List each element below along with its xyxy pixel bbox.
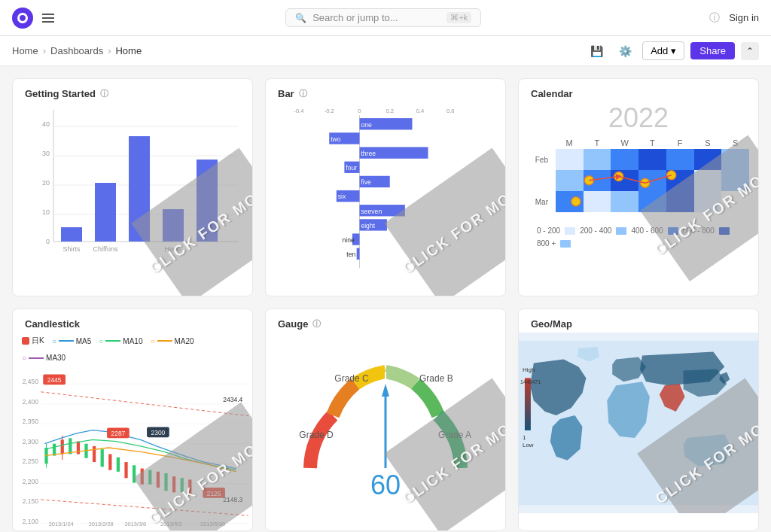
geo-svg: High 1448471 1 Low bbox=[519, 333, 758, 513]
calendar-chart-area: 2022 M T W T F S S bbox=[519, 102, 758, 260]
legend-0-200 bbox=[565, 227, 575, 235]
legend-ma5-line bbox=[59, 340, 74, 342]
svg-text:2148.3: 2148.3 bbox=[223, 496, 242, 503]
top-navigation: 🔍 Search or jump to... ⌘+k ⓘ Sign in bbox=[0, 0, 771, 36]
legend-800 bbox=[560, 240, 571, 248]
svg-text:one: one bbox=[361, 121, 372, 129]
legend-400-600 bbox=[668, 227, 678, 235]
app-logo bbox=[12, 8, 33, 29]
search-icon: 🔍 bbox=[295, 13, 306, 23]
getting-started-card[interactable]: Getting Started ⓘ 0 10 20 30 40 bbox=[12, 78, 253, 296]
collapse-button[interactable]: ⌃ bbox=[741, 42, 759, 60]
legend-ma20-line bbox=[157, 340, 172, 342]
svg-text:Low: Low bbox=[523, 442, 534, 448]
svg-rect-15 bbox=[197, 160, 218, 242]
svg-rect-44 bbox=[357, 248, 360, 260]
search-shortcut: ⌘+k bbox=[446, 12, 471, 23]
svg-rect-83 bbox=[117, 458, 120, 472]
bar-chart-svg: 0 10 20 30 40 Shirts Chiffons Heels bbox=[13, 102, 252, 268]
settings-button[interactable]: ⚙️ bbox=[614, 40, 636, 62]
search-container: 🔍 Search or jump to... ⌘+k bbox=[57, 8, 709, 27]
svg-rect-77 bbox=[69, 438, 72, 454]
save-button[interactable]: 💾 bbox=[585, 40, 608, 62]
gauge-info-icon[interactable]: ⓘ bbox=[312, 318, 321, 330]
month-feb: Feb bbox=[528, 149, 556, 170]
help-icon[interactable]: ⓘ bbox=[709, 11, 720, 25]
svg-line-71 bbox=[41, 500, 248, 515]
svg-text:0.6: 0.6 bbox=[446, 108, 455, 114]
hamburger-menu[interactable] bbox=[39, 11, 57, 26]
search-bar[interactable]: 🔍 Search or jump to... ⌘+k bbox=[285, 8, 481, 27]
svg-rect-89 bbox=[164, 473, 167, 491]
add-button[interactable]: Add ▾ bbox=[642, 41, 684, 60]
day-mon: M bbox=[556, 137, 584, 149]
candlestick-chart-area: 2,100 2,150 2,200 2,250 2,300 2,350 2,40… bbox=[13, 365, 252, 530]
calendar-grid: M T W T F S S Feb bbox=[528, 137, 749, 212]
share-button[interactable]: Share bbox=[690, 42, 735, 59]
breadcrumb-separator-1: › bbox=[43, 45, 46, 56]
day-sun: S bbox=[721, 137, 749, 149]
gauge-card[interactable]: Gauge ⓘ Grade D G bbox=[265, 309, 506, 531]
breadcrumb-separator-2: › bbox=[108, 45, 111, 56]
svg-text:60: 60 bbox=[370, 470, 401, 500]
svg-text:2013/1/24: 2013/1/24 bbox=[49, 521, 74, 527]
svg-text:-0.2: -0.2 bbox=[325, 108, 334, 114]
svg-text:1: 1 bbox=[523, 434, 526, 441]
geo-chart-area: High 1448471 1 Low CLICK FOR MORE bbox=[519, 333, 758, 513]
candle-legend: 日K ○ MA5 ○ MA10 ○ MA20 ○ MA30 bbox=[13, 333, 252, 365]
svg-text:0: 0 bbox=[358, 108, 361, 114]
legend-ma30: ○ MA30 bbox=[22, 354, 66, 362]
svg-text:0.4: 0.4 bbox=[416, 108, 425, 114]
day-thu: T bbox=[638, 137, 666, 149]
bar-card[interactable]: Bar ⓘ -0.4 -0.2 0 0.2 0.4 0.6 one bbox=[265, 78, 506, 296]
breadcrumb-dashboards[interactable]: Dashboards bbox=[50, 45, 103, 56]
svg-rect-11 bbox=[61, 227, 82, 242]
svg-text:-0.4: -0.4 bbox=[294, 108, 304, 114]
legend-ma30-line bbox=[29, 357, 44, 359]
svg-rect-82 bbox=[108, 454, 111, 470]
breadcrumb-current: Home bbox=[115, 45, 142, 56]
svg-text:2013/5/2: 2013/5/2 bbox=[160, 521, 182, 527]
svg-text:four: four bbox=[346, 164, 357, 172]
svg-rect-86 bbox=[141, 469, 144, 485]
svg-rect-91 bbox=[181, 478, 184, 492]
svg-text:2445: 2445 bbox=[47, 376, 62, 384]
svg-rect-12 bbox=[95, 183, 116, 242]
svg-text:40: 40 bbox=[42, 120, 50, 128]
svg-text:2300: 2300 bbox=[151, 429, 165, 436]
svg-text:0.2: 0.2 bbox=[386, 108, 394, 114]
svg-text:Grade B: Grade B bbox=[419, 373, 453, 384]
gauge-chart-area: Grade D Grade C Grade B Grade A 60 CLICK… bbox=[266, 333, 505, 513]
svg-text:Grade C: Grade C bbox=[334, 373, 369, 384]
breadcrumb-home[interactable]: Home bbox=[12, 45, 38, 56]
svg-text:Grade A: Grade A bbox=[438, 430, 471, 440]
calendar-row-mar: Mar bbox=[528, 191, 749, 212]
geo-card[interactable]: Geo/Map bbox=[518, 309, 759, 531]
calendar-card[interactable]: Calendar 2022 M T W T F S S bbox=[518, 78, 759, 296]
candlestick-card[interactable]: Candlestick 日K ○ MA5 ○ MA10 ○ MA20 bbox=[12, 309, 253, 531]
gauge-svg: Grade D Grade C Grade B Grade A 60 bbox=[266, 333, 505, 513]
getting-started-info-icon[interactable]: ⓘ bbox=[100, 88, 108, 99]
sign-in-button[interactable]: Sign in bbox=[729, 12, 759, 23]
svg-rect-88 bbox=[157, 472, 160, 488]
search-placeholder: Search or jump to... bbox=[312, 12, 398, 23]
legend-ma10: ○ MA10 bbox=[99, 337, 142, 345]
legend-200-400 bbox=[616, 227, 626, 235]
hbar-chart-svg: -0.4 -0.2 0 0.2 0.4 0.6 one two three bbox=[266, 102, 505, 275]
bar-header: Bar ⓘ bbox=[266, 79, 505, 102]
nav-left bbox=[12, 8, 57, 29]
breadcrumb-bar: Home › Dashboards › Home 💾 ⚙️ Add ▾ Shar… bbox=[0, 36, 771, 66]
candlestick-header: Candlestick bbox=[13, 309, 252, 333]
svg-text:Chiffons: Chiffons bbox=[93, 245, 118, 253]
legend-600-800 bbox=[719, 227, 730, 235]
nav-right: ⓘ Sign in bbox=[709, 11, 759, 25]
svg-text:2013/5/30: 2013/5/30 bbox=[200, 521, 225, 527]
svg-text:five: five bbox=[361, 178, 371, 186]
svg-rect-80 bbox=[93, 446, 96, 462]
bar-info-icon[interactable]: ⓘ bbox=[299, 88, 307, 99]
svg-text:2,400: 2,400 bbox=[23, 398, 38, 406]
svg-marker-114 bbox=[382, 384, 389, 397]
calendar-row-feb: Feb bbox=[528, 149, 749, 170]
calendar-year: 2022 bbox=[528, 102, 749, 134]
legend-daily: 日K bbox=[22, 336, 44, 346]
